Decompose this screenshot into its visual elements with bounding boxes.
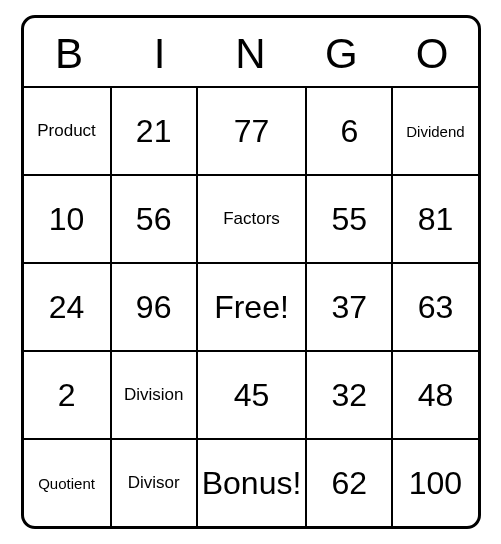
bingo-cell[interactable]: 100 [391, 438, 477, 526]
bingo-cell[interactable]: 55 [305, 174, 391, 262]
bingo-cell[interactable]: 37 [305, 262, 391, 350]
bingo-cell[interactable]: 56 [110, 174, 196, 262]
bingo-cell-bonus[interactable]: Bonus! [196, 438, 306, 526]
bingo-cell[interactable]: 45 [196, 350, 306, 438]
bingo-cell[interactable]: Dividend [391, 86, 477, 174]
bingo-cell[interactable]: Product [24, 86, 110, 174]
bingo-cell[interactable]: 24 [24, 262, 110, 350]
bingo-cell[interactable]: 32 [305, 350, 391, 438]
header-i: I [114, 18, 205, 86]
header-b: B [24, 18, 115, 86]
bingo-cell[interactable]: 77 [196, 86, 306, 174]
bingo-header-row: B I N G O [24, 18, 478, 86]
bingo-card: B I N G O Product 21 77 6 Dividend 10 56… [21, 15, 481, 529]
bingo-cell[interactable]: 21 [110, 86, 196, 174]
bingo-cell-free[interactable]: Free! [196, 262, 306, 350]
bingo-cell[interactable]: Divisor [110, 438, 196, 526]
bingo-cell[interactable]: 48 [391, 350, 477, 438]
bingo-cell[interactable]: Quotient [24, 438, 110, 526]
bingo-cell[interactable]: 96 [110, 262, 196, 350]
header-o: O [387, 18, 478, 86]
bingo-cell[interactable]: Factors [196, 174, 306, 262]
bingo-cell[interactable]: 2 [24, 350, 110, 438]
bingo-grid: Product 21 77 6 Dividend 10 56 Factors 5… [24, 86, 478, 526]
bingo-cell[interactable]: 62 [305, 438, 391, 526]
header-g: G [296, 18, 387, 86]
bingo-cell[interactable]: 10 [24, 174, 110, 262]
bingo-cell[interactable]: 63 [391, 262, 477, 350]
bingo-cell[interactable]: 6 [305, 86, 391, 174]
bingo-cell[interactable]: Division [110, 350, 196, 438]
bingo-cell[interactable]: 81 [391, 174, 477, 262]
header-n: N [205, 18, 296, 86]
